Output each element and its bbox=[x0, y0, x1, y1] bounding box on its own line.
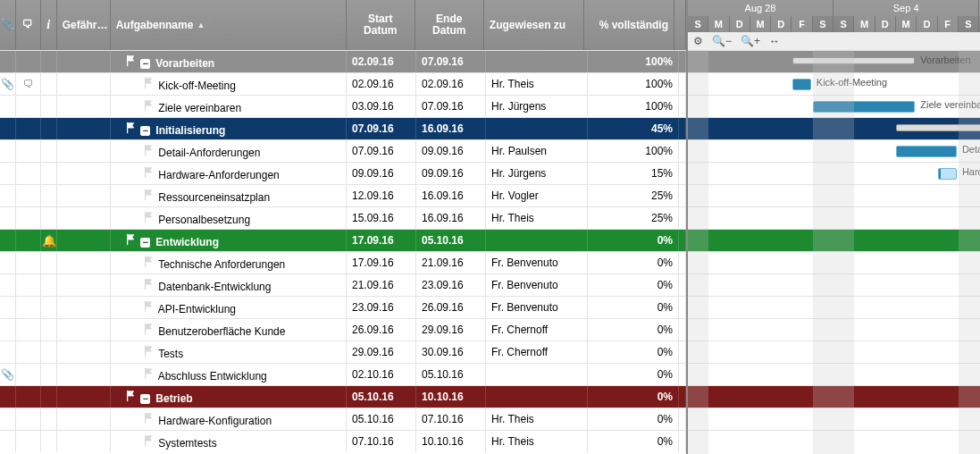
name-cell[interactable]: Ressourceneinsatzplan bbox=[111, 185, 347, 206]
name-cell[interactable]: −Entwicklung bbox=[111, 230, 347, 251]
assigned-cell[interactable]: Fr. Benvenuto bbox=[486, 252, 588, 273]
start-cell[interactable]: 17.09.16 bbox=[347, 252, 416, 273]
task-row[interactable]: Technische Anforderungen17.09.1621.09.16… bbox=[0, 251, 686, 273]
col-start[interactable]: Start Datum bbox=[347, 0, 415, 50]
name-cell[interactable]: Systemtests bbox=[111, 431, 347, 452]
assigned-cell[interactable]: Hr. Paulsen bbox=[486, 140, 588, 162]
name-cell[interactable]: Benutzeroberfläche Kunde bbox=[111, 319, 347, 340]
gantt-group-row[interactable]: Vorarbeiten bbox=[688, 50, 980, 72]
start-cell[interactable]: 05.10.16 bbox=[347, 386, 416, 408]
gantt-task-row[interactable]: Hardwa bbox=[688, 162, 980, 184]
task-row[interactable]: API-Entwicklung23.09.1626.09.16Fr. Benve… bbox=[0, 296, 686, 318]
end-cell[interactable]: 07.10.16 bbox=[416, 408, 486, 430]
gantt-task-row[interactable] bbox=[688, 273, 980, 296]
start-cell[interactable]: 02.10.16 bbox=[347, 364, 416, 385]
task-row[interactable]: Datenbank-Entwicklung21.09.1623.09.16Fr.… bbox=[0, 273, 686, 296]
task-row[interactable]: Hardware-Anforderungen09.09.1609.09.16Hr… bbox=[0, 162, 686, 184]
pct-cell[interactable]: 100% bbox=[588, 96, 679, 117]
start-cell[interactable]: 26.09.16 bbox=[347, 319, 416, 340]
paperclip-icon[interactable]: 📎 bbox=[1, 368, 14, 381]
collapse-icon[interactable]: − bbox=[140, 238, 150, 248]
name-cell[interactable]: Tests bbox=[111, 341, 347, 363]
col-info[interactable]: i bbox=[41, 0, 57, 50]
name-cell[interactable]: Datenbank-Entwicklung bbox=[111, 274, 347, 296]
gantt-chart[interactable]: Aug 28Sep 4 SMDMDFSSMDMDFSS ⚙ 🔍− 🔍+ ↔ Vo… bbox=[686, 0, 980, 454]
start-cell[interactable]: 07.09.16 bbox=[347, 140, 416, 162]
gantt-task-row[interactable] bbox=[688, 318, 980, 340]
end-cell[interactable]: 16.09.16 bbox=[416, 118, 486, 139]
name-cell[interactable]: Abschluss Entwicklung bbox=[111, 364, 347, 385]
task-row[interactable]: Hardware-Konfiguration05.10.1607.10.16Hr… bbox=[0, 408, 686, 430]
gantt-summary-bar[interactable] bbox=[896, 124, 980, 131]
name-cell[interactable]: −Initialisierung bbox=[111, 118, 347, 139]
pct-cell[interactable]: 15% bbox=[588, 163, 679, 184]
assigned-cell[interactable] bbox=[486, 364, 588, 385]
start-cell[interactable]: 17.09.16 bbox=[347, 230, 416, 251]
gear-icon[interactable]: ⚙ bbox=[693, 35, 703, 47]
collapse-icon[interactable]: − bbox=[140, 59, 150, 69]
assigned-cell[interactable]: Fr. Chernoff bbox=[486, 319, 588, 340]
col-risk[interactable]: Gefähr… bbox=[57, 0, 111, 50]
start-cell[interactable]: 12.09.16 bbox=[347, 185, 416, 206]
task-row[interactable]: Tests29.09.1630.09.16Fr. Chernoff0% bbox=[0, 340, 686, 363]
pct-cell[interactable]: 0% bbox=[588, 431, 679, 452]
gantt-task-row[interactable] bbox=[688, 363, 980, 385]
name-cell[interactable]: Personalbesetzung bbox=[111, 207, 347, 229]
comment-icon[interactable]: 🗨 bbox=[23, 78, 34, 90]
gantt-group-row[interactable] bbox=[688, 385, 980, 408]
pct-cell[interactable]: 100% bbox=[588, 73, 679, 95]
task-row[interactable]: Benutzeroberfläche Kunde26.09.1629.09.16… bbox=[0, 318, 686, 340]
name-cell[interactable]: Hardware-Anforderungen bbox=[111, 163, 347, 184]
assigned-cell[interactable]: Hr. Vogler bbox=[486, 185, 588, 206]
pct-cell[interactable]: 100% bbox=[588, 140, 679, 162]
end-cell[interactable]: 09.09.16 bbox=[416, 140, 486, 162]
start-cell[interactable]: 15.09.16 bbox=[347, 207, 416, 229]
start-cell[interactable]: 09.09.16 bbox=[347, 163, 416, 184]
col-taskname[interactable]: Aufgabenname▲ bbox=[111, 0, 347, 50]
gantt-task-bar[interactable] bbox=[938, 168, 957, 180]
end-cell[interactable]: 30.09.16 bbox=[416, 341, 486, 363]
gantt-task-row[interactable]: Detail-A bbox=[688, 139, 980, 162]
end-cell[interactable]: 07.09.16 bbox=[416, 96, 486, 117]
task-row[interactable]: Ressourceneinsatzplan12.09.1616.09.16Hr.… bbox=[0, 184, 686, 206]
col-end[interactable]: Ende Datum bbox=[415, 0, 484, 50]
zoom-in-icon[interactable]: 🔍+ bbox=[741, 35, 760, 47]
end-cell[interactable]: 21.09.16 bbox=[416, 252, 486, 273]
gantt-task-row[interactable] bbox=[688, 184, 980, 206]
start-cell[interactable]: 03.09.16 bbox=[347, 96, 416, 117]
task-row[interactable]: Ziele vereinbaren03.09.1607.09.16Hr. Jür… bbox=[0, 95, 686, 117]
gantt-task-row[interactable] bbox=[688, 430, 980, 452]
gantt-task-row[interactable] bbox=[688, 296, 980, 318]
start-cell[interactable]: 21.09.16 bbox=[347, 274, 416, 296]
task-row[interactable]: 📎🗨 Kick-off-Meeting02.09.1602.09.16Hr. T… bbox=[0, 72, 686, 95]
end-cell[interactable]: 10.10.16 bbox=[416, 431, 486, 452]
col-assigned[interactable]: Zugewiesen zu bbox=[484, 0, 585, 50]
gantt-group-row[interactable] bbox=[688, 117, 980, 139]
name-cell[interactable]: Technische Anforderungen bbox=[111, 252, 347, 273]
assigned-cell[interactable]: Hr. Jürgens bbox=[486, 96, 588, 117]
task-row[interactable]: 📎 Abschluss Entwicklung02.10.1605.10.160… bbox=[0, 363, 686, 385]
name-cell[interactable]: Kick-off-Meeting bbox=[111, 73, 347, 95]
end-cell[interactable]: 29.09.16 bbox=[416, 319, 486, 340]
assigned-cell[interactable]: Hr. Theis bbox=[486, 408, 588, 430]
col-comment[interactable]: 🗨 bbox=[16, 0, 41, 50]
zoom-out-icon[interactable]: 🔍− bbox=[712, 35, 732, 47]
assigned-cell[interactable]: Fr. Chernoff bbox=[486, 341, 588, 363]
fit-icon[interactable]: ↔ bbox=[769, 35, 780, 47]
group-row[interactable]: −Initialisierung07.09.1616.09.1645% bbox=[0, 117, 686, 139]
start-cell[interactable]: 23.09.16 bbox=[347, 297, 416, 318]
pct-cell[interactable]: 0% bbox=[588, 341, 679, 363]
gantt-task-bar[interactable] bbox=[813, 101, 916, 113]
group-row[interactable]: 🔔 −Entwicklung17.09.1605.10.160% bbox=[0, 229, 686, 251]
start-cell[interactable]: 07.09.16 bbox=[347, 118, 416, 139]
pct-cell[interactable]: 25% bbox=[588, 185, 679, 206]
pct-cell[interactable]: 0% bbox=[588, 230, 679, 251]
pct-cell[interactable]: 0% bbox=[588, 297, 679, 318]
group-row[interactable]: −Betrieb05.10.1610.10.160% bbox=[0, 385, 686, 408]
start-cell[interactable]: 02.09.16 bbox=[347, 51, 416, 72]
gantt-task-row[interactable]: Ziele vereinbaren bbox=[688, 95, 980, 117]
end-cell[interactable]: 26.09.16 bbox=[416, 297, 486, 318]
end-cell[interactable]: 02.09.16 bbox=[416, 73, 486, 95]
pct-cell[interactable]: 0% bbox=[588, 274, 679, 296]
end-cell[interactable]: 16.09.16 bbox=[416, 185, 486, 206]
